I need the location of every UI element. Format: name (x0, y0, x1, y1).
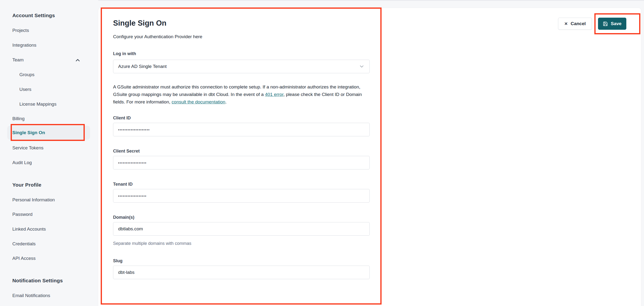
page-title: Single Sign On (113, 19, 166, 27)
sidebar-item-team[interactable]: Team (12, 56, 24, 64)
tenant-id-label: Tenant ID (113, 182, 133, 187)
sidebar-item-api-access[interactable]: API Access (12, 255, 36, 262)
save-button-label: Save (611, 21, 622, 26)
floppy-disk-icon (603, 21, 608, 26)
sidebar-item-audit-log[interactable]: Audit Log (12, 159, 32, 166)
domains-input[interactable] (113, 222, 370, 236)
login-with-select[interactable]: Azure AD Single Tenant (113, 60, 370, 73)
sidebar-item-personal-information[interactable]: Personal Information (12, 196, 55, 203)
link-consult-documentation[interactable]: consult the documentation (172, 99, 226, 104)
slug-label: Slug (113, 258, 122, 264)
sso-description: A GSuite administrator must authorize th… (113, 83, 371, 106)
close-icon: ✕ (564, 21, 568, 26)
sidebar-header-account-settings: Account Settings (12, 12, 55, 18)
sidebar-item-billing[interactable]: Billing (12, 115, 25, 122)
sidebar-header-your-profile: Your Profile (12, 182, 42, 188)
cancel-button-label: Cancel (571, 21, 586, 26)
sidebar-item-email-notifications[interactable]: Email Notifications (12, 292, 50, 299)
sidebar-item-password[interactable]: Password (12, 211, 32, 218)
chevron-down-icon (359, 64, 364, 69)
link-401-error[interactable]: 401 error (265, 92, 283, 97)
page-subtitle: Configure your Authentication Provider h… (113, 34, 202, 39)
domains-label: Domain(s) (113, 215, 134, 220)
save-button[interactable]: Save (598, 18, 626, 30)
client-id-label: Client ID (113, 116, 131, 121)
sidebar-item-service-tokens[interactable]: Service Tokens (12, 144, 44, 152)
description-text-3: . (226, 99, 226, 104)
cancel-button[interactable]: ✕ Cancel (558, 18, 592, 30)
settings-sidebar: Account Settings Projects Integrations T… (0, 0, 98, 306)
login-with-label: Log in with (113, 51, 136, 56)
sidebar-item-credentials[interactable]: Credentials (12, 240, 36, 248)
sidebar-item-users[interactable]: Users (19, 86, 32, 93)
client-secret-input[interactable] (113, 156, 370, 169)
client-id-input[interactable] (113, 123, 370, 136)
sidebar-header-notification-settings: Notification Settings (12, 278, 63, 284)
slug-input[interactable] (113, 266, 370, 279)
chevron-up-icon (74, 57, 81, 63)
client-secret-label: Client Secret (113, 149, 140, 154)
login-with-selected-value: Azure AD Single Tenant (118, 64, 166, 69)
sidebar-item-license-mappings[interactable]: License Mappings (19, 101, 56, 108)
sidebar-item-projects[interactable]: Projects (12, 27, 29, 34)
sidebar-item-groups[interactable]: Groups (19, 71, 34, 78)
sidebar-item-single-sign-on[interactable]: Single Sign On (12, 129, 45, 136)
sidebar-item-linked-accounts[interactable]: Linked Accounts (12, 226, 46, 233)
top-header-divider (98, 0, 644, 1)
sidebar-item-integrations[interactable]: Integrations (12, 42, 36, 49)
domains-helper-text: Separate multiple domains with commas (113, 241, 191, 246)
tenant-id-input[interactable] (113, 189, 370, 203)
